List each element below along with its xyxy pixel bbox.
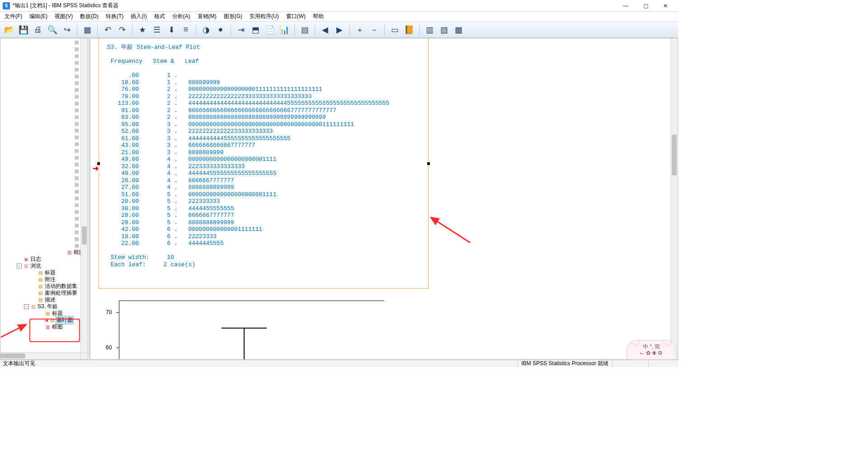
tb-goto-icon[interactable]: ★ [136,24,149,36]
tb-bookmark-icon[interactable]: 📙 [403,24,415,36]
maximize-button[interactable]: ▢ [636,0,656,11]
tree-row[interactable]: s [0,120,88,127]
tb-insert-text-icon[interactable]: 📄 [264,24,276,36]
tb-redo-icon[interactable]: ↷ [116,24,128,36]
tb-designate-icon[interactable]: ▭ [388,24,401,36]
tree-row[interactable]: 标题 [0,310,88,317]
tree-row[interactable]: s [0,52,88,59]
tree-row[interactable]: s [0,188,88,195]
tree-row[interactable]: s [0,229,88,235]
tb-go-fwd-icon[interactable]: ▶ [333,24,346,36]
tb-win2-icon[interactable]: ▨ [438,24,450,36]
menu-6[interactable]: 格式 [151,12,169,21]
menu-8[interactable]: 直销(M) [194,12,220,21]
tree-row[interactable]: s [0,154,88,161]
ime-widget[interactable]: 中 °, 简 ⌙ ✿ ❀ ⚙ [627,340,676,360]
menu-2[interactable]: 视图(V) [51,12,76,21]
tb-preview-icon[interactable]: 🔍 [46,24,59,36]
tree-row[interactable]: s [0,215,88,222]
tb-tree-icon[interactable]: ▤ [298,24,311,36]
menu-3[interactable]: 数据(D) [76,12,102,21]
tb-vars-icon[interactable]: ☰ [151,24,163,36]
tb-go-back-icon[interactable]: ◀ [319,24,331,36]
menu-12[interactable]: 帮助 [309,12,327,21]
tree-row[interactable]: s [0,93,88,100]
tree-row[interactable]: 案例处理摘要 [0,290,88,296]
tree-row[interactable]: s [0,174,88,181]
tree-row[interactable]: s [0,107,88,113]
tree-row[interactable]: 框图 [0,324,88,330]
tree-row[interactable]: s [0,134,88,141]
page-icon [73,189,80,194]
tree-row[interactable]: 标题 [0,269,88,276]
menu-5[interactable]: 插入(I) [127,12,150,21]
minimize-button[interactable]: ― [616,0,636,11]
tree-row[interactable]: s [0,113,88,120]
tree-row[interactable]: s [0,195,88,202]
page-icon [73,80,80,86]
resize-handle-left[interactable] [97,162,100,165]
close-button[interactable]: ✕ [656,0,675,11]
tb-print-icon[interactable]: 🖨 [32,24,44,36]
stemleaf-output-box[interactable]: S3. 年龄 Stem-and-Leaf Plot Frequency Stem… [99,38,429,289]
tree-row[interactable]: s [0,168,88,174]
tree-row[interactable]: s [0,127,88,134]
tb-data-icon[interactable]: ▦ [81,24,94,36]
tree-row[interactable]: s [0,242,88,249]
outline-body[interactable]: sssssssssssssssssssssssssssssss框图日志−浏览标题… [0,38,88,359]
resize-handle-right[interactable] [427,162,430,165]
tree-row[interactable]: s [0,235,88,242]
tree-row[interactable]: s [0,59,88,66]
tb-undo-icon[interactable]: ↶ [101,24,114,36]
menu-0[interactable]: 文件(F) [1,12,26,21]
menu-4[interactable]: 转换(T) [102,12,127,21]
tree-row[interactable]: −S3. 年龄 [0,303,88,310]
tree-row[interactable]: 茎叶图 [0,317,88,324]
tree-row[interactable]: 附注 [0,276,88,283]
tb-export-icon[interactable]: ↪ [61,24,73,36]
tb-win1-icon[interactable]: ▥ [423,24,436,36]
tree-row[interactable]: 描述 [0,296,88,303]
tree-row[interactable]: −浏览 [0,263,88,269]
tree-row[interactable]: s [0,181,88,188]
tb-pivot-icon[interactable]: ◑ [200,24,212,36]
outline-vscrollbar[interactable] [80,38,88,352]
work-area: sssssssssssssssssssssssssssssss框图日志−浏览标题… [0,38,678,360]
tree-row[interactable]: s [0,66,88,73]
tree-row[interactable]: 日志 [0,256,88,263]
tb-zoom-out-icon[interactable]: － [368,24,381,36]
menu-11[interactable]: 窗口(W) [283,12,309,21]
outline-hscrollbar[interactable] [0,352,80,359]
tree-row[interactable]: s [0,141,88,147]
tb-insert-chart-icon[interactable]: 📊 [278,24,291,36]
tree-row[interactable]: s [0,73,88,80]
tree-row[interactable]: 框图 [0,249,88,256]
tree-row[interactable]: s [0,147,88,154]
boxplot-chart[interactable]: 70 60 [104,301,384,359]
tree-row[interactable]: s [0,202,88,208]
tree-row[interactable]: s [0,39,88,46]
tb-insert-title-icon[interactable]: ⬒ [249,24,262,36]
tree-row[interactable]: s [0,100,88,107]
tb-cases-icon[interactable]: ≡ [179,24,192,36]
tree-row[interactable]: s [0,80,88,86]
menu-10[interactable]: 实用程序(U) [246,12,283,21]
tb-open-icon[interactable]: 📂 [3,24,15,36]
tb-chart-icon[interactable]: ● [214,24,227,36]
tree-row[interactable]: s [0,86,88,93]
tb-zoom-in-icon[interactable]: ＋ [354,24,366,36]
tb-save-icon[interactable]: 💾 [17,24,30,36]
tb-select-icon[interactable]: ⬇ [165,24,178,36]
tb-win3-icon[interactable]: ▩ [452,24,465,36]
tb-insert-head-icon[interactable]: ⇥ [235,24,247,36]
menu-1[interactable]: 编辑(E) [26,12,51,21]
output-vscrollbar[interactable] [670,38,678,359]
tree-row[interactable]: s [0,222,88,229]
tree-row[interactable]: s [0,46,88,52]
menu-7[interactable]: 分析(A) [169,12,194,21]
tree-row[interactable]: s [0,208,88,215]
page-icon [73,155,80,160]
tree-row[interactable]: s [0,161,88,168]
menu-9[interactable]: 图形(G) [220,12,246,21]
tree-row[interactable]: 活动的数据集 [0,283,88,290]
